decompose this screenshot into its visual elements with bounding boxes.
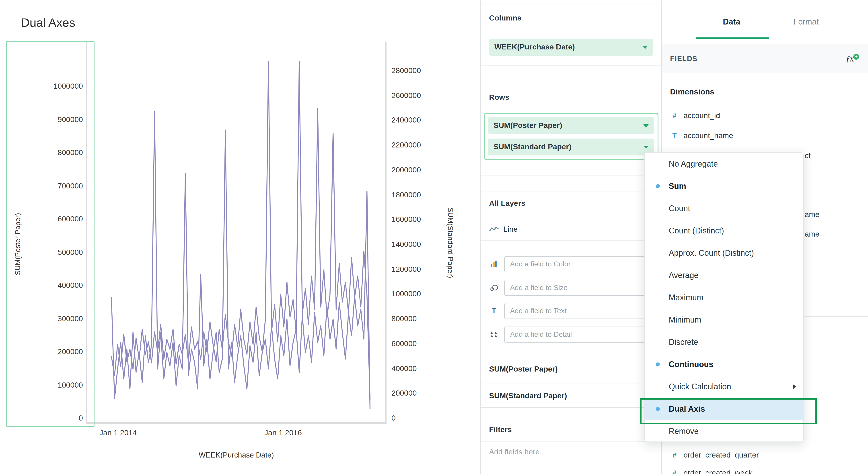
tab-data[interactable]: Data — [723, 18, 740, 27]
pill-label: SUM(Poster Paper) — [494, 121, 562, 130]
axis-tick-label: 700000 — [26, 181, 83, 191]
field-label: account_name — [683, 131, 733, 140]
color-icon — [489, 261, 499, 268]
measure-label: SUM(Poster Paper) — [489, 365, 558, 374]
function-icon: ƒx — [846, 54, 854, 63]
measure-row-poster-paper[interactable]: SUM(Poster Paper) — [481, 354, 661, 383]
menu-item-count[interactable]: Count — [645, 197, 803, 219]
axis-tick-label: 400000 — [26, 281, 83, 290]
partially-hidden-field-label[interactable]: ame — [805, 210, 819, 219]
menu-item-approx-count-distinct[interactable]: Approx. Count (Distinct) — [645, 242, 803, 264]
number-field-icon: # — [670, 469, 679, 474]
menu-item-label: Maximum — [669, 293, 704, 302]
axis-tick-label: Jan 1 2016 — [265, 429, 302, 437]
menu-item-average[interactable]: Average — [645, 264, 803, 286]
series-sum-standard-paper — [112, 61, 370, 400]
rows-shelf-title: Rows — [489, 93, 509, 102]
menu-item-count-distinct[interactable]: Count (Distinct) — [645, 219, 803, 242]
tab-format[interactable]: Format — [793, 18, 819, 27]
axis-tick-label: 1800000 — [392, 191, 421, 199]
pill-label: WEEK(Purchase Date) — [494, 43, 575, 52]
axis-tick-label: 1000000 — [392, 290, 421, 299]
axis-tick-label: 1600000 — [392, 215, 421, 224]
axis-tick-label: 400000 — [392, 364, 416, 373]
axis-tick-label: 2600000 — [392, 91, 421, 100]
dropdown-caret-icon[interactable] — [643, 145, 649, 148]
menu-item-minimum[interactable]: Minimum — [645, 309, 803, 331]
size-field-row — [481, 279, 661, 297]
menu-item-label: Dual Axis — [669, 404, 705, 414]
menu-item-label: Quick Calculation — [669, 382, 731, 392]
measure-row-standard-paper[interactable]: SUM(Standard Paper) — [481, 383, 661, 408]
add-calculated-field-button[interactable]: ƒx+ — [846, 54, 859, 64]
axis-tick-label: 600000 — [392, 339, 416, 348]
active-tab-indicator — [696, 37, 769, 39]
axis-tick-label: 800000 — [26, 148, 83, 157]
partially-hidden-field-label[interactable]: ame — [805, 230, 819, 239]
size-field-input[interactable] — [504, 280, 653, 296]
selected-bullet-icon — [656, 407, 660, 411]
fields-header: FIELDS — [670, 55, 698, 63]
menu-item-maximum[interactable]: Maximum — [645, 286, 803, 309]
menu-item-label: Minimum — [669, 315, 701, 325]
selected-bullet-icon — [656, 363, 660, 366]
color-field-input[interactable] — [504, 256, 653, 272]
field-label: order_created_quarter — [683, 451, 759, 460]
submenu-arrow-icon — [793, 384, 796, 390]
field-order-created-week[interactable]: # order_created_week — [670, 463, 864, 474]
detail-field-row — [481, 326, 661, 343]
columns-shelf-title: Columns — [489, 14, 521, 23]
axis-tick-label: 0 — [26, 414, 83, 423]
axis-tick-label: 200000 — [26, 347, 83, 357]
left-axis-title: SUM(Poster Paper) — [14, 213, 22, 275]
menu-item-dual-axis[interactable]: Dual Axis — [645, 398, 803, 420]
pill-week-purchase-date[interactable]: WEEK(Purchase Date) — [489, 39, 653, 56]
axis-tick-label: 1000000 — [26, 82, 83, 91]
divider — [481, 441, 661, 442]
fields-header-strip: FIELDS ƒx+ — [662, 44, 868, 73]
menu-item-sum[interactable]: Sum — [645, 175, 803, 197]
axis-tick-label: Jan 1 2014 — [99, 429, 137, 437]
filters-placeholder[interactable]: Add fields here... — [489, 448, 546, 456]
number-field-icon: # — [670, 451, 679, 459]
axis-tick-label: 500000 — [26, 248, 83, 257]
text-icon: T — [489, 307, 499, 315]
menu-item-no-aggregate[interactable]: No Aggregate — [645, 153, 803, 175]
line-chart-icon — [489, 226, 499, 233]
menu-item-label: Sum — [669, 181, 686, 191]
axis-tick-label: 2400000 — [392, 116, 421, 125]
menu-item-quick-calculation[interactable]: Quick Calculation — [645, 376, 803, 398]
dropdown-caret-icon[interactable] — [643, 124, 649, 127]
aggregation-dropdown-menu: No AggregateSumCountCount (Distinct)Appr… — [644, 153, 804, 442]
all-layers-title: All Layers — [489, 199, 525, 208]
menu-item-discrete[interactable]: Discrete — [645, 331, 803, 353]
filters-card: Filters Add fields here... — [481, 418, 661, 474]
rows-highlight-annotation: SUM(Poster Paper) SUM(Standard Paper) — [484, 113, 658, 160]
menu-item-remove[interactable]: Remove — [645, 420, 803, 442]
field-order-created-quarter[interactable]: # order_created_quarter — [670, 445, 864, 465]
menu-item-label: No Aggregate — [669, 159, 718, 169]
pill-sum-poster-paper[interactable]: SUM(Poster Paper) — [488, 117, 654, 134]
text-field-row: T — [481, 302, 661, 320]
detail-field-input[interactable] — [504, 327, 653, 343]
filters-title: Filters — [489, 426, 512, 434]
menu-item-label: Discrete — [669, 337, 698, 347]
dropdown-caret-icon[interactable] — [643, 46, 648, 49]
all-layers-card: All Layers Line — [481, 192, 661, 408]
axis-tick-label: 200000 — [392, 389, 416, 398]
axis-tick-label: 2200000 — [392, 141, 421, 150]
chart-type-line-row[interactable]: Line — [481, 219, 661, 240]
field-label: account_id — [683, 111, 720, 120]
partially-hidden-field-label[interactable]: ct — [805, 151, 810, 160]
menu-item-continuous[interactable]: Continuous — [645, 353, 803, 376]
field-account-id[interactable]: # account_id — [670, 106, 864, 126]
text-field-input[interactable] — [504, 303, 653, 319]
pill-label: SUM(Standard Paper) — [494, 142, 571, 151]
axis-tick-label: 900000 — [26, 115, 83, 124]
pill-sum-standard-paper[interactable]: SUM(Standard Paper) — [488, 139, 654, 156]
size-icon — [489, 284, 499, 291]
series-sum-poster-paper — [112, 112, 370, 409]
field-account-name[interactable]: T account_name — [670, 126, 864, 146]
color-field-row — [481, 255, 661, 273]
menu-item-label: Remove — [669, 427, 699, 436]
